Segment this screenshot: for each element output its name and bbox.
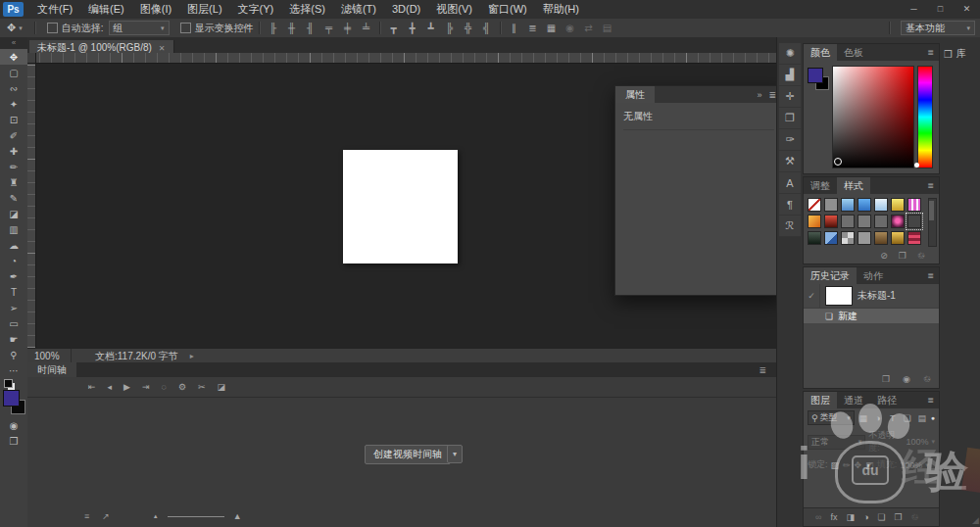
delete-style-button[interactable]: ♲ — [917, 251, 925, 261]
panel-menu-icon[interactable]: ≣ — [927, 48, 939, 57]
first-frame-button[interactable]: ⇤ — [88, 382, 96, 392]
libraries-panel-tab[interactable]: ❒ 库 — [944, 47, 966, 61]
timeline-zoom-in-icon[interactable]: ▲ — [233, 511, 242, 521]
toolbar-collapse-button[interactable]: « — [0, 37, 27, 49]
history-brush-tool[interactable]: ✎ — [0, 190, 27, 206]
maximize-button[interactable]: □ — [927, 0, 954, 19]
menu-file[interactable]: 文件(F) — [29, 0, 80, 19]
tab-swatches[interactable]: 色板 — [837, 44, 870, 61]
histogram-icon[interactable]: ▟ — [779, 65, 801, 86]
new-document-from-state-button[interactable]: ❐ — [882, 374, 890, 384]
scrollbar[interactable] — [928, 198, 937, 247]
distribute-bottom-edges-icon[interactable]: ┻ — [423, 23, 439, 33]
menu-help[interactable]: 帮助(H) — [535, 0, 587, 19]
menu-select[interactable]: 选择(S) — [281, 0, 333, 19]
new-style-button[interactable]: ❐ — [899, 251, 906, 261]
document-canvas[interactable] — [343, 150, 458, 264]
healing-brush-tool[interactable]: ✚ — [0, 143, 27, 159]
tab-adjustments[interactable]: 调整 — [804, 177, 837, 194]
minimize-button[interactable]: ─ — [901, 0, 927, 19]
auto-select-dropdown[interactable]: 组 ▾ — [109, 21, 170, 35]
paragraph-icon[interactable]: ¶ — [779, 194, 801, 216]
history-snapshot-row[interactable]: ✓ 未标题-1 — [804, 284, 939, 309]
menu-window[interactable]: 窗口(W) — [480, 0, 535, 19]
blur-tool[interactable]: ☁ — [0, 237, 27, 253]
distribute-horizontal-space-icon[interactable]: ∥ — [507, 23, 522, 33]
quick-selection-tool[interactable]: ✦ — [0, 96, 27, 112]
align-left-edges-icon[interactable]: ╟ — [266, 23, 281, 33]
menu-image[interactable]: 图像(I) — [132, 0, 179, 19]
default-colors-icon[interactable] — [4, 379, 13, 388]
3d-drag-icon[interactable]: ▤ — [600, 23, 615, 33]
panel-menu-icon[interactable]: ≣ — [927, 271, 939, 280]
style-swatch[interactable] — [907, 215, 921, 228]
delete-layer-icon[interactable]: ♲ — [911, 512, 919, 522]
clear-style-button[interactable]: ⊘ — [880, 251, 888, 261]
timeline-settings-button[interactable]: ⚙ — [178, 382, 186, 392]
style-swatch[interactable] — [907, 231, 921, 245]
audio-mute-button[interactable]: ◌ — [162, 382, 167, 392]
split-clip-button[interactable]: ✂ — [198, 382, 206, 392]
align-vertical-centers-icon[interactable]: ╪ — [340, 23, 356, 33]
align-bottom-edges-icon[interactable]: ╧ — [359, 23, 374, 33]
hue-slider[interactable] — [917, 66, 933, 168]
3d-roll-icon[interactable]: ⇄ — [581, 23, 597, 33]
create-video-timeline-button[interactable]: 创建视频时间轴 — [365, 445, 451, 464]
new-layer-icon[interactable]: ❐ — [894, 512, 902, 522]
style-swatch[interactable] — [891, 231, 905, 245]
3d-rotate-icon[interactable]: ◉ — [563, 23, 578, 33]
panel-menu-icon[interactable]: ≣ — [927, 181, 939, 190]
clone-source-icon[interactable]: ❐ — [779, 108, 801, 129]
distribute-top-edges-icon[interactable]: ┳ — [386, 23, 402, 33]
shortcut-arrow-icon[interactable]: ↗ — [102, 511, 110, 521]
style-swatch[interactable] — [874, 231, 888, 245]
style-swatch[interactable] — [824, 231, 838, 245]
tab-properties[interactable]: 属性 — [615, 86, 655, 103]
adjustment-layer-icon[interactable]: ◑ — [863, 512, 868, 522]
style-swatch[interactable] — [891, 198, 905, 212]
style-swatch[interactable] — [808, 231, 821, 245]
hue-slider-handle[interactable] — [914, 163, 919, 168]
lasso-tool[interactable]: ∾ — [0, 80, 27, 96]
tab-styles[interactable]: 样式 — [837, 177, 870, 194]
type-tool[interactable]: T — [0, 284, 27, 300]
distribute-left-edges-icon[interactable]: ╠ — [442, 23, 458, 33]
timeline-zoom-slider[interactable] — [168, 516, 224, 517]
eraser-tool[interactable]: ◪ — [0, 206, 27, 221]
distribute-vertical-centers-icon[interactable]: ╋ — [405, 23, 420, 33]
link-layers-icon[interactable]: ∞ — [815, 512, 821, 522]
distribute-horizontal-centers-icon[interactable]: ╬ — [461, 23, 476, 33]
auto-align-icon[interactable]: ▦ — [544, 23, 560, 33]
layer-style-icon[interactable]: fx — [830, 512, 837, 522]
foreground-color-swatch[interactable] — [808, 68, 823, 83]
delete-state-button[interactable]: ♲ — [923, 374, 931, 384]
tool-presets-icon[interactable]: ⚒ — [779, 151, 801, 172]
adjustments-icon[interactable]: ✺ — [779, 43, 801, 65]
align-horizontal-centers-icon[interactable]: ╫ — [284, 23, 300, 33]
timeline-menu-icon[interactable]: ≣ — [759, 365, 776, 375]
eyedropper-tool[interactable]: ✐ — [0, 127, 27, 143]
dodge-tool[interactable]: ◔ — [0, 253, 27, 268]
brush-icon[interactable]: ✑ — [779, 129, 801, 151]
character-icon[interactable]: A — [779, 172, 801, 194]
style-swatch[interactable] — [891, 215, 905, 228]
canvas-area[interactable]: 属性 » ≣ 无属性 — [27, 53, 776, 348]
glyphs-icon[interactable]: ℛ — [779, 216, 801, 237]
gradient-tool[interactable]: ▥ — [0, 221, 27, 237]
style-swatch[interactable] — [858, 198, 871, 212]
style-swatch[interactable] — [824, 198, 838, 212]
collapse-panel-icon[interactable]: » — [757, 90, 761, 100]
style-swatch[interactable] — [824, 215, 838, 228]
zoom-tool[interactable]: ⚲ — [0, 347, 27, 362]
brush-tool[interactable]: ✏ — [0, 159, 27, 174]
style-swatch[interactable] — [858, 231, 871, 245]
edit-toolbar-button[interactable]: ⋯ — [0, 362, 27, 378]
menu-filter[interactable]: 滤镜(T) — [333, 0, 384, 19]
distribute-vertical-space-icon[interactable]: ≣ — [525, 23, 541, 33]
auto-select-checkbox[interactable] — [47, 23, 58, 33]
timeline-type-dropdown[interactable]: ▾ — [447, 445, 463, 463]
tab-timeline[interactable]: 时间轴 — [27, 362, 76, 377]
status-flyout-icon[interactable]: ▸ — [190, 352, 194, 360]
zoom-level-field[interactable]: 100% — [27, 349, 72, 363]
style-swatch[interactable] — [841, 198, 855, 212]
